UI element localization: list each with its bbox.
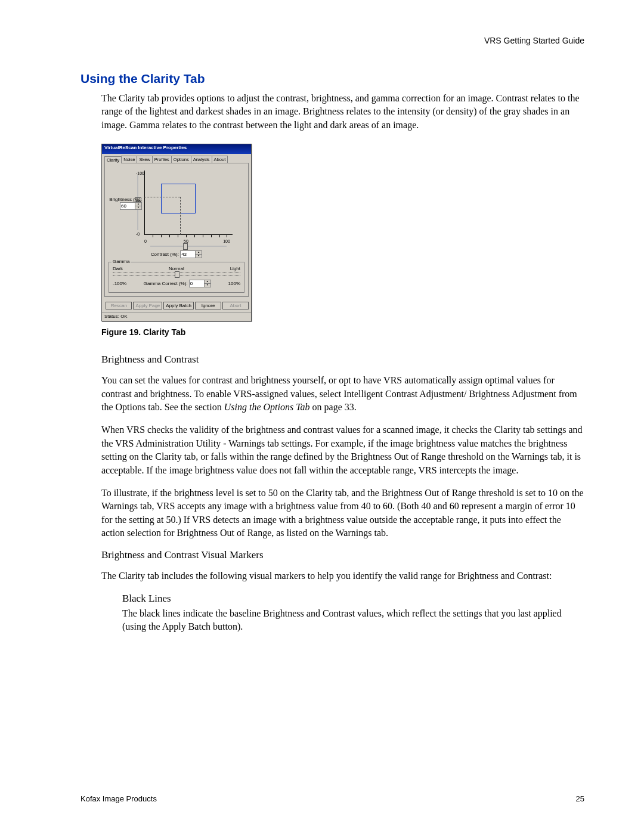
x-tick	[161, 234, 162, 237]
x-tick	[211, 234, 212, 237]
brightness-spin-buttons[interactable]: ▲▼	[135, 203, 141, 209]
x-tick	[194, 234, 195, 237]
tab-options[interactable]: Options	[171, 156, 191, 163]
acceptable-range-box	[161, 184, 196, 213]
gamma-spinbox[interactable]: ▲▼	[189, 280, 211, 287]
x-tick-0: 0	[144, 239, 147, 243]
contrast-input[interactable]	[181, 251, 195, 258]
y-tick-0: -0	[136, 232, 140, 236]
para-auto-values-c: on page 33.	[310, 402, 357, 412]
page: VRS Getting Started Guide Using the Clar…	[0, 0, 644, 833]
subhead-brightness-contrast: Brightness and Contrast	[101, 354, 584, 366]
black-lines-heading: Black Lines	[122, 593, 584, 605]
figure-clarity-tab: VirtualReScan Interactive Properties Cla…	[101, 144, 584, 321]
gamma-neg100: -100%	[113, 281, 126, 286]
x-tick	[227, 234, 227, 237]
dialog-status-bar: Status: OK	[102, 312, 251, 321]
para-illustrate: To illustrate, if the brightness level i…	[101, 487, 584, 540]
figure-caption: Figure 19. Clarity Tab	[101, 327, 584, 337]
tab-noise[interactable]: Noise	[121, 156, 137, 163]
footer-page-number: 25	[576, 794, 584, 803]
header-guide-title: VRS Getting Started Guide	[484, 36, 584, 45]
x-tick	[203, 234, 203, 237]
brightness-label-area: Brightness (%): ▲▼	[106, 197, 142, 210]
gamma-spin-buttons[interactable]: ▲▼	[204, 280, 210, 287]
brightness-contrast-plot: -100 50 -0 0 50 100	[144, 171, 244, 242]
gamma-group: Gamma Dark Normal Light -100% Gamma Corr…	[109, 262, 244, 293]
x-tick-50: 50	[184, 239, 188, 243]
x-tick-100: 100	[223, 239, 230, 243]
plot-y-axis	[144, 171, 145, 235]
contrast-spinbox[interactable]: ▲▼	[180, 250, 202, 258]
rescan-button[interactable]: Rescan	[106, 302, 132, 309]
para-validity-check: When VRS checks the validity of the brig…	[101, 423, 584, 477]
vrs-dialog: VirtualReScan Interactive Properties Cla…	[101, 144, 252, 321]
options-tab-crossref: Using the Options Tab	[224, 402, 310, 412]
para-visual-markers-intro: The Clarity tab includes the following v…	[101, 569, 584, 583]
brightness-label: Brightness (%):	[109, 197, 142, 202]
gamma-correct-label: Gamma Correct (%):	[144, 281, 188, 286]
gamma-input[interactable]	[190, 280, 204, 287]
tab-panel-clarity: -100 50 -0 0 50 100	[104, 163, 249, 297]
brightness-input[interactable]	[120, 203, 135, 209]
tab-strip: Clarity Noise Skew Profiles Options Anal…	[102, 154, 251, 163]
tab-about[interactable]: About	[212, 156, 228, 163]
apply-page-button[interactable]: Apply Page	[133, 302, 162, 309]
gamma-light-label: Light	[230, 266, 240, 271]
para-auto-values: You can set the values for contrast and …	[101, 374, 584, 414]
contrast-label: Contrast (%):	[151, 252, 179, 257]
gamma-dark-label: Dark	[113, 266, 123, 271]
contrast-slider[interactable]	[150, 246, 227, 247]
x-tick	[169, 234, 170, 237]
footer-company: Kofax Image Products	[80, 794, 157, 803]
page-footer: Kofax Image Products 25	[80, 794, 584, 803]
gamma-slider[interactable]	[113, 272, 240, 276]
gamma-group-label: Gamma	[112, 259, 131, 264]
dialog-titlebar: VirtualReScan Interactive Properties	[102, 144, 251, 154]
crosshair-vertical	[180, 197, 181, 235]
gamma-pos100: 100%	[228, 281, 240, 286]
black-lines-text: The black lines indicate the baseline Br…	[122, 607, 584, 634]
apply-batch-button[interactable]: Apply Batch	[163, 302, 194, 309]
section-heading: Using the Clarity Tab	[80, 72, 584, 86]
x-tick	[219, 234, 220, 237]
tab-clarity[interactable]: Clarity	[104, 156, 122, 163]
subhead-visual-markers: Brightness and Contrast Visual Markers	[101, 549, 584, 561]
gamma-slider-thumb[interactable]	[175, 271, 179, 278]
crosshair-horizontal	[144, 197, 180, 197]
abort-button[interactable]: Abort	[222, 302, 249, 309]
x-tick	[178, 234, 178, 237]
x-tick	[186, 234, 187, 237]
contrast-slider-thumb[interactable]	[183, 243, 188, 250]
intro-paragraph: The Clarity tab provides options to adju…	[101, 92, 584, 132]
tab-profiles[interactable]: Profiles	[152, 156, 172, 163]
ignore-button[interactable]: Ignore	[195, 302, 221, 309]
gamma-normal-label: Normal	[169, 266, 184, 271]
x-tick	[153, 234, 153, 237]
brightness-spinbox[interactable]: ▲▼	[120, 202, 142, 210]
contrast-spin-buttons[interactable]: ▲▼	[195, 251, 202, 258]
y-tick-100: -100	[136, 171, 144, 175]
dialog-button-row: Rescan Apply Page Apply Batch Ignore Abo…	[102, 299, 251, 312]
contrast-row: Contrast (%): ▲▼	[109, 250, 244, 258]
tab-skew[interactable]: Skew	[137, 156, 152, 163]
tab-analysis[interactable]: Analysis	[191, 156, 212, 163]
